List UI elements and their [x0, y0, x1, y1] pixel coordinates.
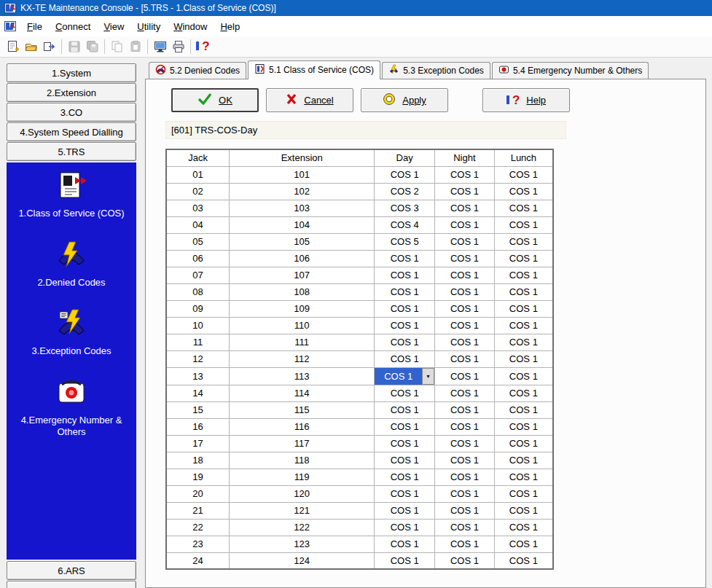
extension-cell[interactable]: 115 [230, 401, 375, 418]
lunch-cell[interactable]: COS 1 [494, 300, 553, 317]
lunch-cell[interactable]: COS 1 [494, 250, 553, 267]
extension-cell[interactable]: 109 [230, 300, 375, 317]
jack-cell[interactable]: 14 [166, 385, 230, 401]
extension-cell[interactable]: 101 [230, 166, 375, 183]
jack-cell[interactable]: 13 [166, 367, 230, 385]
day-cell[interactable]: COS 1 [375, 385, 435, 401]
extension-cell[interactable]: 124 [230, 552, 375, 569]
sidebar-item-ars[interactable]: 6.ARS [7, 561, 136, 580]
lunch-cell[interactable]: COS 1 [494, 401, 553, 418]
night-cell[interactable]: COS 1 [435, 452, 495, 469]
lunch-cell[interactable]: COS 1 [494, 183, 553, 200]
menu-help[interactable]: Help [214, 17, 246, 36]
lunch-cell[interactable]: COS 1 [494, 233, 553, 250]
lunch-cell[interactable]: COS 1 [494, 334, 553, 350]
new-icon[interactable] [4, 38, 22, 56]
day-cell[interactable]: COS 1 [375, 552, 435, 569]
day-cell[interactable]: COS 1 [375, 250, 435, 267]
lunch-cell[interactable]: COS 1 [494, 317, 553, 334]
day-cell[interactable]: COS 4 [375, 216, 435, 233]
extension-cell[interactable]: 107 [230, 267, 375, 283]
night-cell[interactable]: COS 1 [435, 519, 495, 536]
extension-cell[interactable]: 110 [230, 317, 375, 334]
dropdown-arrow-icon[interactable]: ▼ [422, 368, 434, 385]
tab-denied-codes[interactable]: 5.2 Denied Codes [149, 62, 246, 79]
jack-cell[interactable]: 09 [166, 300, 230, 317]
sidebar-item-co[interactable]: 3.CO [7, 103, 136, 122]
extension-cell[interactable]: 122 [230, 519, 375, 536]
lunch-cell[interactable]: COS 1 [494, 536, 553, 552]
tab-exception-codes[interactable]: 5.3 Exception Codes [382, 62, 490, 79]
extension-cell[interactable]: 123 [230, 536, 375, 552]
day-cell[interactable]: COS 1 [375, 502, 435, 519]
lunch-cell[interactable]: COS 1 [494, 166, 553, 183]
send-icon[interactable] [40, 38, 58, 56]
jack-cell[interactable]: 05 [166, 233, 230, 250]
sidebar-item-system-speed-dialling[interactable]: 4.System Speed Dialling [7, 122, 136, 141]
extension-cell[interactable]: 108 [230, 283, 375, 300]
jack-cell[interactable]: 16 [166, 418, 230, 435]
lunch-cell[interactable]: COS 1 [494, 200, 553, 216]
extension-cell[interactable]: 117 [230, 435, 375, 452]
extension-cell[interactable]: 113 [230, 367, 375, 385]
extension-cell[interactable]: 104 [230, 216, 375, 233]
night-cell[interactable]: COS 1 [435, 267, 495, 283]
night-cell[interactable]: COS 1 [435, 283, 495, 300]
day-cell[interactable]: COS 1 [375, 418, 435, 435]
day-cell[interactable]: COS 1 [375, 267, 435, 283]
night-cell[interactable]: COS 1 [435, 367, 495, 385]
extension-cell[interactable]: 102 [230, 183, 375, 200]
day-cell[interactable]: COS 3 [375, 200, 435, 216]
jack-cell[interactable]: 07 [166, 267, 230, 283]
extension-cell[interactable]: 116 [230, 418, 375, 435]
menu-window[interactable]: Window [167, 17, 214, 36]
jack-cell[interactable]: 02 [166, 183, 230, 200]
lunch-cell[interactable]: COS 1 [494, 418, 553, 435]
sidebar-item-trs[interactable]: 5.TRS [7, 142, 136, 161]
night-cell[interactable]: COS 1 [435, 166, 495, 183]
lunch-cell[interactable]: COS 1 [494, 216, 553, 233]
cancel-button[interactable]: Cancel [266, 88, 353, 112]
apply-button[interactable]: Apply [361, 88, 448, 112]
lunch-cell[interactable]: COS 1 [494, 519, 553, 536]
night-cell[interactable]: COS 1 [435, 485, 495, 502]
lunch-cell[interactable]: COS 1 [494, 267, 553, 283]
jack-cell[interactable]: 01 [166, 166, 230, 183]
lunch-cell[interactable]: COS 1 [494, 552, 553, 569]
menu-file[interactable]: File [20, 17, 49, 36]
night-cell[interactable]: COS 1 [435, 334, 495, 350]
jack-cell[interactable]: 08 [166, 283, 230, 300]
night-cell[interactable]: COS 1 [435, 502, 495, 519]
day-cell[interactable]: COS 1 [375, 283, 435, 300]
help-icon[interactable]: ? [194, 38, 212, 56]
day-cell[interactable]: COS 1 [375, 317, 435, 334]
jack-cell[interactable]: 21 [166, 502, 230, 519]
lunch-cell[interactable]: COS 1 [494, 469, 553, 485]
combobox-selected-value[interactable]: COS 1 [375, 368, 422, 385]
menu-utility[interactable]: Utility [130, 17, 167, 36]
day-cell[interactable]: COS 1 [375, 519, 435, 536]
day-cell[interactable]: COS 1 [375, 401, 435, 418]
day-cell[interactable]: COS 2 [375, 183, 435, 200]
tab-emergency-number[interactable]: 5.4 Emergency Number & Others [492, 62, 649, 79]
day-cos-combobox[interactable]: COS 1▼ [375, 367, 435, 385]
extension-cell[interactable]: 118 [230, 452, 375, 469]
day-cell[interactable]: COS 1 [375, 435, 435, 452]
day-cell[interactable]: COS 1 [375, 469, 435, 485]
extension-cell[interactable]: 105 [230, 233, 375, 250]
night-cell[interactable]: COS 1 [435, 350, 495, 367]
lunch-cell[interactable]: COS 1 [494, 452, 553, 469]
sidebar-item-denied-codes[interactable]: 2.Denied Codes [10, 240, 133, 289]
night-cell[interactable]: COS 1 [435, 183, 495, 200]
night-cell[interactable]: COS 1 [435, 250, 495, 267]
sidebar-item-extension[interactable]: 2.Extension [7, 83, 136, 102]
day-cell[interactable]: COS 1 [375, 485, 435, 502]
help-button[interactable]: ? Help [482, 88, 570, 112]
night-cell[interactable]: COS 1 [435, 317, 495, 334]
day-cell[interactable]: COS 1 [375, 334, 435, 350]
night-cell[interactable]: COS 1 [435, 536, 495, 552]
preview-icon[interactable] [151, 38, 169, 56]
night-cell[interactable]: COS 1 [435, 300, 495, 317]
jack-cell[interactable]: 19 [166, 469, 230, 485]
lunch-cell[interactable]: COS 1 [494, 502, 553, 519]
